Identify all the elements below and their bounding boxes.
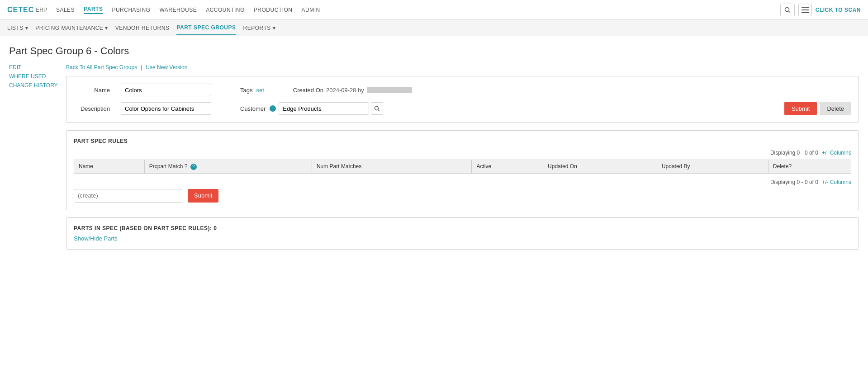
create-row: Submit	[74, 189, 851, 203]
customer-input[interactable]	[279, 102, 369, 115]
nav-production[interactable]: Production	[254, 7, 293, 13]
columns-link-top[interactable]: +/- Columns	[822, 150, 851, 156]
th-prcpart: Prcpart Match ? ?	[144, 160, 312, 174]
logo: CETEC ERP	[7, 6, 47, 14]
svg-point-0	[785, 7, 789, 11]
part-spec-rules-title: Part Spec Rules	[74, 138, 851, 144]
displaying-count-bottom: Displaying 0 - 0 of 0	[770, 179, 818, 185]
nav-accounting[interactable]: Accounting	[206, 7, 245, 13]
description-input[interactable]	[121, 102, 211, 115]
nav-sales[interactable]: Sales	[56, 7, 75, 13]
displaying-row-top: Displaying 0 - 0 of 0 +/- Columns	[74, 150, 851, 156]
parts-in-spec-title: Parts In Spec (Based On Part Spec Rules)…	[74, 225, 851, 231]
sidebar: Edit Where Used Change History	[9, 64, 59, 257]
th-name: Name	[74, 160, 145, 174]
sidebar-change-history[interactable]: Change History	[9, 82, 59, 89]
sidebar-where-used[interactable]: Where Used	[9, 73, 59, 80]
breadcrumb-use-new[interactable]: Use New Version	[146, 64, 187, 71]
nav-warehouse[interactable]: Warehouse	[159, 7, 197, 13]
sub-nav-pricing-maintenance[interactable]: Pricing Maintenance ▾	[35, 21, 108, 35]
nav-purchasing[interactable]: Purchasing	[112, 7, 150, 13]
breadcrumb: Back To All Part Spec Groups | Use New V…	[66, 64, 859, 71]
columns-link-bottom[interactable]: +/- Columns	[822, 179, 851, 185]
page-title: Part Spec Group 6 - Colors	[9, 45, 859, 57]
form-row-name: Name Tags set Created On 2024-09-28 by	[74, 84, 851, 96]
sidebar-edit[interactable]: Edit	[9, 64, 59, 71]
create-input[interactable]	[74, 189, 182, 203]
show-hide-parts-link[interactable]: Show/Hide Parts	[74, 235, 118, 242]
part-spec-rules-table: Name Prcpart Match ? ? Num Part Matches …	[74, 160, 851, 174]
sub-nav-lists[interactable]: Lists ▾	[7, 21, 28, 35]
sub-nav-vendor-returns[interactable]: Vendor Returns	[115, 21, 170, 35]
top-nav-links: Sales Parts Purchasing Warehouse Account…	[56, 6, 320, 14]
th-delete: Delete?	[768, 160, 851, 174]
th-active: Active	[472, 160, 543, 174]
content-layout: Edit Where Used Change History Back To A…	[9, 64, 859, 257]
form-submit-button[interactable]: Submit	[784, 102, 817, 115]
created-on-label: Created On	[293, 87, 323, 94]
form-card: Name Tags set Created On 2024-09-28 by D…	[66, 76, 859, 123]
form-delete-button[interactable]: Delete	[820, 102, 851, 115]
displaying-count-top: Displaying 0 - 0 of 0	[770, 150, 818, 156]
breadcrumb-back[interactable]: Back To All Part Spec Groups	[66, 64, 137, 71]
name-label: Name	[74, 87, 110, 94]
customer-info-icon[interactable]: i	[270, 105, 276, 112]
click-to-scan[interactable]: Click To Scan	[816, 7, 861, 13]
hamburger-menu[interactable]	[798, 4, 812, 16]
created-by-blurred	[367, 87, 412, 93]
customer-label: Customer	[240, 105, 266, 112]
name-input[interactable]	[121, 84, 211, 96]
customer-search-icon	[374, 106, 380, 112]
created-area: Created On 2024-09-28 by	[293, 87, 412, 94]
main-area: Back To All Part Spec Groups | Use New V…	[66, 64, 859, 257]
form-row-description: Description Customer i	[74, 102, 851, 115]
th-num-part-matches: Num Part Matches	[312, 160, 472, 174]
tags-area: Tags set	[240, 87, 264, 94]
top-nav-left: CETEC ERP Sales Parts Purchasing Warehou…	[7, 6, 320, 14]
table-header: Name Prcpart Match ? ? Num Part Matches …	[74, 160, 851, 174]
tags-label: Tags	[240, 87, 252, 94]
svg-line-3	[378, 109, 380, 111]
breadcrumb-separator: |	[141, 64, 142, 71]
nav-admin[interactable]: Admin	[302, 7, 320, 13]
created-on-value: 2024-09-28 by	[326, 87, 364, 94]
th-updated-by: Updated By	[657, 160, 768, 174]
tags-set-link[interactable]: set	[256, 87, 264, 94]
create-submit-button[interactable]: Submit	[188, 189, 218, 203]
hamburger-line-2	[802, 9, 809, 10]
sub-nav: Lists ▾ Pricing Maintenance ▾ Vendor Ret…	[0, 20, 868, 36]
table-header-row: Name Prcpart Match ? ? Num Part Matches …	[74, 160, 851, 174]
sub-nav-left: Lists ▾ Pricing Maintenance ▾ Vendor Ret…	[7, 21, 275, 35]
prcpart-info-icon[interactable]: ?	[190, 164, 197, 170]
top-nav: CETEC ERP Sales Parts Purchasing Warehou…	[0, 0, 868, 20]
logo-erp: ERP	[36, 7, 47, 13]
nav-parts[interactable]: Parts	[84, 6, 103, 14]
svg-line-1	[788, 11, 790, 13]
page-content: Part Spec Group 6 - Colors Edit Where Us…	[0, 36, 868, 266]
svg-point-2	[375, 106, 379, 110]
sub-nav-reports[interactable]: Reports ▾	[243, 21, 276, 35]
sub-nav-part-spec-groups[interactable]: Part Spec Groups	[176, 21, 236, 35]
top-nav-right: Click To Scan	[780, 4, 861, 16]
logo-cetec: CETEC	[7, 6, 34, 14]
description-label: Description	[74, 105, 110, 112]
top-search-button[interactable]	[780, 4, 795, 16]
hamburger-line-3	[802, 12, 809, 13]
search-icon	[784, 7, 791, 13]
hamburger-line-1	[802, 7, 809, 8]
part-spec-rules-card: Part Spec Rules Displaying 0 - 0 of 0 +/…	[66, 130, 859, 210]
th-updated-on: Updated On	[543, 160, 657, 174]
customer-input-wrap	[279, 102, 383, 115]
displaying-row-bottom: Displaying 0 - 0 of 0 +/- Columns	[74, 179, 851, 185]
customer-search-button[interactable]	[371, 102, 383, 115]
parts-in-spec-card: Parts In Spec (Based On Part Spec Rules)…	[66, 217, 859, 250]
